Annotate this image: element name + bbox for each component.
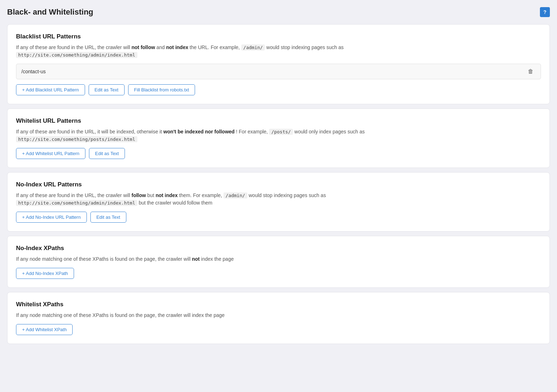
blacklist-card: Blacklist URL Patterns If any of these a… [7,24,550,104]
noindex-xpath-button-row: + Add No-Index XPath [16,268,541,279]
noindex-xpath-title: No-Index XPaths [16,245,541,252]
blacklist-pattern-value: /contact-us [21,69,526,74]
whitelist-xpath-card: Whitelist XPaths If any node matching on… [7,292,550,344]
add-whitelist-xpath-button[interactable]: + Add Whitelist XPath [16,324,73,335]
noindex-xpath-description: If any node matching one of these XPaths… [16,255,541,263]
noindex-url-description: If any of these are found in the URL, th… [16,192,541,207]
noindex-url-button-row: + Add No-Index URL Pattern Edit as Text [16,212,541,223]
whitelist-xpath-desc-1: If any node matching one of these XPaths… [16,312,225,318]
page-header: Black- and Whitelisting ? [7,7,550,17]
add-whitelist-button[interactable]: + Add Whitelist URL Pattern [16,148,85,159]
noindex-url-desc-5: but the crawler would follow them [139,200,212,206]
noindex-url-example-2: http://site.com/something/admin/index.ht… [16,200,137,206]
blacklist-desc-bold-2: not index [166,44,188,50]
fill-blacklist-button[interactable]: Fill Blacklist from robots.txt [128,84,195,95]
whitelist-title: Whitelist URL Patterns [16,117,541,125]
blacklist-button-row: + Add Blacklist URL Pattern Edit as Text… [16,84,541,95]
blacklist-desc-bold-1: not follow [132,44,155,50]
noindex-url-desc-bold-1: follow [132,192,146,198]
add-blacklist-button[interactable]: + Add Blacklist URL Pattern [16,84,85,95]
noindex-url-card: No-Index URL Patterns If any of these ar… [7,172,550,232]
help-button[interactable]: ? [540,7,550,17]
noindex-xpath-desc-1: If any node matching one of these XPaths… [16,256,192,262]
whitelist-button-row: + Add Whitelist URL Pattern Edit as Text [16,148,541,159]
whitelist-desc-1: If any of these are found in the URL, it… [16,129,163,134]
whitelist-xpath-title: Whitelist XPaths [16,301,541,308]
noindex-url-desc-1: If any of these are found in the URL, th… [16,192,132,198]
whitelist-xpath-description: If any node matching one of these XPaths… [16,312,541,319]
noindex-url-desc-3: them. For example, [179,192,224,198]
blacklist-desc-3: the URL. For example, [190,44,241,50]
page-title: Black- and Whitelisting [7,7,93,17]
edit-noindex-url-button[interactable]: Edit as Text [90,212,126,223]
whitelist-example-2: http://site.com/something/posts/index.ht… [16,136,137,142]
page-wrapper: Black- and Whitelisting ? Blacklist URL … [7,7,550,344]
noindex-url-desc-bold-2: not index [156,192,178,198]
noindex-url-title: No-Index URL Patterns [16,181,541,188]
noindex-url-example-1: /admin/ [224,192,247,198]
blacklist-desc-4: would stop indexing pages such as [266,44,343,50]
add-noindex-url-button[interactable]: + Add No-Index URL Pattern [16,212,87,223]
add-noindex-xpath-button[interactable]: + Add No-Index XPath [16,268,74,279]
edit-blacklist-button[interactable]: Edit as Text [89,84,125,95]
blacklist-delete-button[interactable]: 🗑 [526,68,536,75]
blacklist-desc-2: and [156,44,166,50]
noindex-url-desc-2: but [147,192,156,198]
blacklist-description: If any of these are found in the URL, th… [16,44,541,59]
blacklist-desc-1: If any of these are found in the URL, th… [16,44,132,50]
whitelist-xpath-button-row: + Add Whitelist XPath [16,324,541,335]
whitelist-description: If any of these are found in the URL, it… [16,128,541,143]
whitelist-desc-3: would only index pages such as [294,129,365,134]
blacklist-pattern-row: /contact-us 🗑 [16,64,541,79]
blacklist-title: Blacklist URL Patterns [16,33,541,40]
whitelist-example-1: /posts/ [269,129,293,135]
noindex-xpath-desc-2: index the page [201,256,234,262]
blacklist-example-2: http://site.com/something/admin/index.ht… [16,52,137,58]
noindex-xpath-desc-bold-1: not [192,256,200,262]
whitelist-desc-2: ! For example, [236,129,269,134]
noindex-xpath-card: No-Index XPaths If any node matching one… [7,236,550,288]
whitelist-card: Whitelist URL Patterns If any of these a… [7,108,550,168]
blacklist-example-1: /admin/ [241,44,265,51]
whitelist-desc-bold-1: won't be indexed nor followed [163,129,235,134]
edit-whitelist-button[interactable]: Edit as Text [89,148,125,159]
noindex-url-desc-4: would stop indexing pages such as [249,192,326,198]
